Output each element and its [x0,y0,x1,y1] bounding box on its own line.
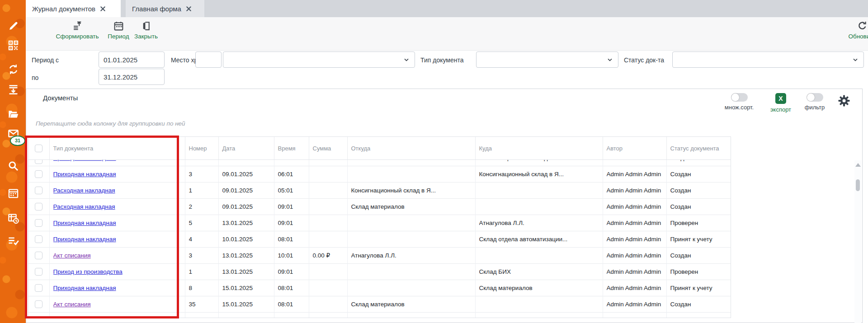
row-checkbox[interactable] [35,170,42,178]
scrollbar-thumb[interactable] [856,179,860,191]
select-all-checkbox[interactable] [35,145,42,152]
document-link[interactable]: Приходная накладная [53,280,181,296]
refresh-button[interactable]: Обновить [842,20,868,40]
to-cell: Склад БИХ [475,264,603,280]
num-cell: 1 [185,264,218,280]
date-cell: 09.01.2025 [218,166,274,183]
doc-type-cell[interactable]: Акт списания [49,296,185,313]
row-checkbox-cell[interactable] [28,160,49,166]
tab-main-form[interactable]: Главная форма [126,0,204,17]
folder-icon[interactable] [6,107,20,121]
author-value: Admin Admin Admin [607,313,663,318]
document-link[interactable]: Расходная накладная [53,183,181,198]
status-select[interactable] [672,51,864,68]
row-checkbox-cell[interactable] [28,264,49,280]
document-link[interactable]: Приход из производства [53,264,181,280]
multi-sort-toggle-group[interactable]: множ.сорт. [718,93,760,111]
doc-type-select[interactable] [476,51,618,68]
column-header-5[interactable]: Сумма [309,137,347,160]
row-checkbox-cell[interactable] [28,166,49,183]
period-from-input[interactable]: 01.01.2025 [99,51,165,68]
doc-type-cell[interactable]: Приходная накладная [49,313,185,318]
document-link[interactable]: Расходная накладная [53,199,181,215]
row-checkbox-cell[interactable] [28,215,49,231]
chevron-down-icon [606,56,613,63]
multi-sort-toggle[interactable] [731,93,748,102]
export-button[interactable]: X экспорт [766,93,796,113]
document-link[interactable]: Приходная накладная [53,231,181,247]
document-link[interactable]: Приходная накладная [53,166,181,182]
doc-type-cell[interactable]: Приходная накладная [49,166,185,183]
close-icon[interactable] [186,6,192,12]
tab-journal[interactable]: Журнал документов [26,0,121,17]
sum-value [313,215,344,231]
row-checkbox[interactable] [35,284,42,292]
doc-type-cell[interactable]: Расходная накладная [49,199,185,215]
column-header-3[interactable]: Дата [218,137,274,160]
row-checkbox-cell[interactable] [28,199,49,215]
column-header-2[interactable]: Номер [185,137,218,160]
document-link[interactable]: Приходная накладная [53,160,181,166]
row-checkbox-cell[interactable] [28,231,49,248]
row-checkbox[interactable] [35,235,42,243]
row-checkbox-cell[interactable] [28,296,49,313]
doc-type-cell[interactable]: Приходная накладная [49,160,185,166]
doc-type-cell[interactable]: Приход из производства [49,264,185,280]
time-value: 08:01 [278,231,305,247]
column-header-9[interactable]: Статус документа [666,137,731,160]
doc-type-cell[interactable]: Расходная накладная [49,183,185,199]
period-button[interactable]: Период [105,20,132,40]
column-header-6[interactable]: Откуда [347,137,475,160]
pencil-icon[interactable] [6,19,20,33]
row-checkbox[interactable] [35,203,42,211]
table-clock-icon[interactable] [6,211,20,225]
close-button[interactable]: Закрыть [133,20,159,40]
row-checkbox-cell[interactable] [28,280,49,296]
row-checkbox[interactable] [35,252,42,259]
doc-type-cell[interactable]: Приходная накладная [49,231,185,248]
storage-select[interactable] [223,51,415,68]
table-row: Приходная накладная309.01.202506:01 Конс… [28,166,731,183]
column-header-7[interactable]: Куда [475,137,603,160]
toggle-knob [731,94,739,101]
vertical-scrollbar[interactable] [854,160,861,323]
document-link[interactable]: Приходная накладная [53,313,181,318]
document-link[interactable]: Акт списания [53,248,181,263]
generate-label: Сформировать [56,33,99,40]
calendar-icon[interactable] [6,186,20,200]
row-checkbox-cell[interactable] [28,183,49,199]
author-value: Admin Admin Admin [607,248,663,263]
search-icon[interactable] [6,159,20,173]
row-checkbox[interactable] [35,300,42,308]
row-checkbox-cell[interactable] [28,313,49,318]
filter-toggle[interactable] [807,93,823,102]
select-all-header[interactable] [28,137,49,160]
document-link[interactable]: Приходная накладная [53,215,181,231]
doc-type-cell[interactable]: Приходная накладная [49,280,185,296]
column-header-8[interactable]: Автор [603,137,666,160]
column-header-1[interactable]: Тип документа [49,137,185,160]
from-value [351,231,472,247]
doc-type-cell[interactable]: Акт списания [49,248,185,264]
qr-code-icon[interactable] [6,38,20,52]
stack-download-icon[interactable] [6,82,20,96]
row-checkbox-cell[interactable] [28,248,49,264]
row-checkbox[interactable] [35,317,42,318]
period-to-input[interactable]: 31.12.2025 [99,69,165,85]
time-value: 09:01 [278,264,305,280]
row-checkbox[interactable] [35,160,42,164]
column-header-4[interactable]: Время [274,137,309,160]
filter-toggle-group[interactable]: фильтр [799,93,830,111]
row-checkbox[interactable] [35,268,42,276]
row-checkbox[interactable] [35,219,42,227]
generate-button[interactable]: Сформировать [52,20,103,40]
checklist-icon[interactable] [6,234,20,248]
storage-code-input[interactable] [195,51,222,68]
scroll-up-arrow-icon[interactable] [855,163,861,167]
doc-type-cell[interactable]: Приходная накладная [49,215,185,231]
document-link[interactable]: Акт списания [53,296,181,312]
row-checkbox[interactable] [35,187,42,194]
settings-gear-icon[interactable] [837,94,851,108]
sync-icon[interactable] [6,62,20,76]
close-icon[interactable] [100,6,106,12]
